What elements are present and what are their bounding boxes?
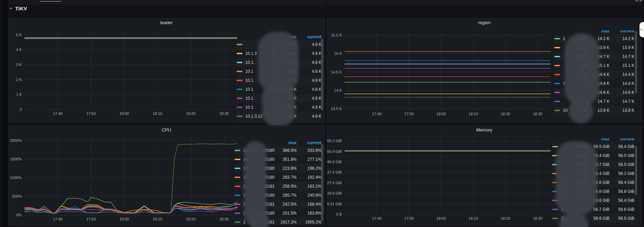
x-axis-tick-label: 18:20 xyxy=(497,216,514,220)
legend-sort-current[interactable]: current xyxy=(610,30,634,33)
series-color-dash[interactable] xyxy=(237,62,242,63)
series-color-dash[interactable] xyxy=(235,150,240,151)
series-color-dash[interactable] xyxy=(554,101,560,102)
legend-header: maxcurrent xyxy=(554,30,634,34)
legend-sort-max[interactable]: max xyxy=(587,138,610,141)
series-color-dash[interactable] xyxy=(235,204,240,205)
previous-row-fragment xyxy=(635,0,638,1)
series-color-dash[interactable] xyxy=(554,83,560,84)
x-axis-tick-label: 18:00 xyxy=(433,112,449,116)
y-axis-tick-label: 14.5 K xyxy=(331,70,342,74)
series-color-dash[interactable] xyxy=(237,107,242,108)
legend-current-value: 56.4 GiB xyxy=(610,198,634,203)
leader-plot-area[interactable] xyxy=(24,32,237,109)
legend-max-value: 56.6 GiB xyxy=(587,216,610,221)
y-axis-tick-label: 5 K xyxy=(16,33,22,37)
legend-current-value: 14.2 K xyxy=(610,36,634,41)
y-axis-tick-label: 15.5 K xyxy=(331,33,342,37)
series-color-dash[interactable] xyxy=(552,146,558,147)
legend-sort-current[interactable]: current xyxy=(297,140,321,145)
series-color-dash[interactable] xyxy=(554,56,560,57)
legend-scrollbar[interactable] xyxy=(321,39,323,110)
memory-plot-area[interactable] xyxy=(345,135,551,214)
legend-current-value: 4.8 K xyxy=(297,42,321,47)
y-axis-tick-label: 1500% xyxy=(10,157,22,161)
series-color-dash[interactable] xyxy=(554,92,560,93)
plus-icon: + xyxy=(640,28,642,32)
panel-cpu: CPU 0%500%1000%1500%2000% 17:4017:5018:0… xyxy=(8,126,325,226)
series-color-dash[interactable] xyxy=(554,38,560,39)
legend-row[interactable]: 108113.8 K13.8 K xyxy=(554,106,634,115)
y-axis-tick-label: 3 K xyxy=(16,62,22,67)
x-axis-tick-label: 17:40 xyxy=(368,216,385,220)
series-color-dash[interactable] xyxy=(552,218,558,219)
legend-current-value: 4.8 K xyxy=(297,87,321,92)
series-color-dash[interactable] xyxy=(237,80,242,81)
legend-scrollbar[interactable] xyxy=(635,31,637,93)
series-color-dash[interactable] xyxy=(237,98,242,99)
y-axis-tick-label: 500% xyxy=(12,194,22,198)
x-axis-tick-label: 17:50 xyxy=(401,112,417,116)
series-color-dash[interactable] xyxy=(237,89,242,90)
chevron-down-icon[interactable] xyxy=(9,7,13,10)
x-axis-tick-label: 17:40 xyxy=(368,112,385,116)
series-color-dash[interactable] xyxy=(554,47,560,48)
x-axis-tick-label: 18:10 xyxy=(149,217,166,221)
legend-current-value: 56.5 GiB xyxy=(610,162,634,167)
legend-sort-current[interactable]: current xyxy=(297,34,321,39)
y-axis-labels: 13.5 K14 K14.5 K15 K15.5 K xyxy=(327,33,345,110)
legend-current-value: 4.8 K xyxy=(297,114,321,119)
row-title[interactable]: TiKV xyxy=(15,6,27,11)
legend-current-value: 168.4% xyxy=(297,202,321,207)
x-axis-tick-label: 17:50 xyxy=(83,111,99,116)
cpu-plot-area[interactable] xyxy=(24,136,237,215)
region-plot-area[interactable] xyxy=(345,33,551,110)
legend-current-value: 14.7 K xyxy=(610,99,634,104)
x-axis-tick-label: 18:30 xyxy=(216,111,232,116)
legend-current-value: 56.4 GiB xyxy=(610,180,634,185)
series-color-dash[interactable] xyxy=(237,116,242,117)
y-axis-tick-label: 1 K xyxy=(16,92,22,97)
row-header-tikv[interactable]: TiKV xyxy=(9,6,27,11)
series-color-dash[interactable] xyxy=(235,213,240,214)
page-left-margin xyxy=(0,0,8,227)
x-axis-tick-label: 17:40 xyxy=(49,217,66,221)
panel-title[interactable]: leader xyxy=(9,20,324,25)
legend-sort-max[interactable]: max xyxy=(587,30,610,33)
legend-sort-current[interactable]: current xyxy=(610,138,634,141)
legend-current-value: 15.1 K xyxy=(610,63,634,68)
series-color-dash[interactable] xyxy=(235,159,240,160)
legend-scrollbar[interactable] xyxy=(321,144,323,221)
y-axis-labels: 0 B9.31 GiB18.6 GiB27.9 GiB37.3 GiB46.6 … xyxy=(327,135,345,214)
series-color-dash[interactable] xyxy=(235,221,240,223)
legend-sort-max[interactable]: max xyxy=(275,140,297,145)
legend-scrollbar[interactable] xyxy=(635,146,637,195)
legend-current-value: 14.8 K xyxy=(610,81,634,86)
browser-side-overlay-tab[interactable]: + xyxy=(640,22,644,37)
series-color-dash[interactable] xyxy=(552,209,558,210)
legend-header: maxcurrent xyxy=(552,138,634,142)
series-color-dash[interactable] xyxy=(235,186,240,187)
series-color-dash[interactable] xyxy=(237,71,242,72)
x-axis-tick-label: 18:00 xyxy=(116,217,132,221)
series-color-dash[interactable] xyxy=(237,53,242,54)
series-color-dash[interactable] xyxy=(237,44,242,45)
legend-current-value: 4.8 K xyxy=(297,78,321,83)
x-axis-labels: 17:4017:5018:0018:1018:2018:30 xyxy=(345,216,551,221)
panel-title[interactable]: region xyxy=(327,20,641,25)
legend-current-value: 4.8 K xyxy=(297,69,321,74)
legend-current-value: 13.9 K xyxy=(610,45,634,50)
series-color-dash[interactable] xyxy=(235,195,240,196)
legend-current-value: 14.7 K xyxy=(610,54,634,59)
panel-title[interactable]: CPU xyxy=(9,127,324,132)
y-axis-tick-label: 0 B xyxy=(336,212,342,216)
series-color-dash[interactable] xyxy=(554,74,560,75)
panel-title[interactable]: Memory xyxy=(327,127,641,132)
legend-max-value: 366.5% xyxy=(275,148,297,153)
series-color-dash[interactable] xyxy=(554,110,560,111)
y-axis-tick-label: 27.9 GiB xyxy=(327,181,342,185)
series-color-dash[interactable] xyxy=(235,168,240,169)
series-color-dash[interactable] xyxy=(235,177,240,178)
series-color-dash[interactable] xyxy=(554,65,560,66)
x-axis-tick-label: 18:20 xyxy=(182,111,199,116)
